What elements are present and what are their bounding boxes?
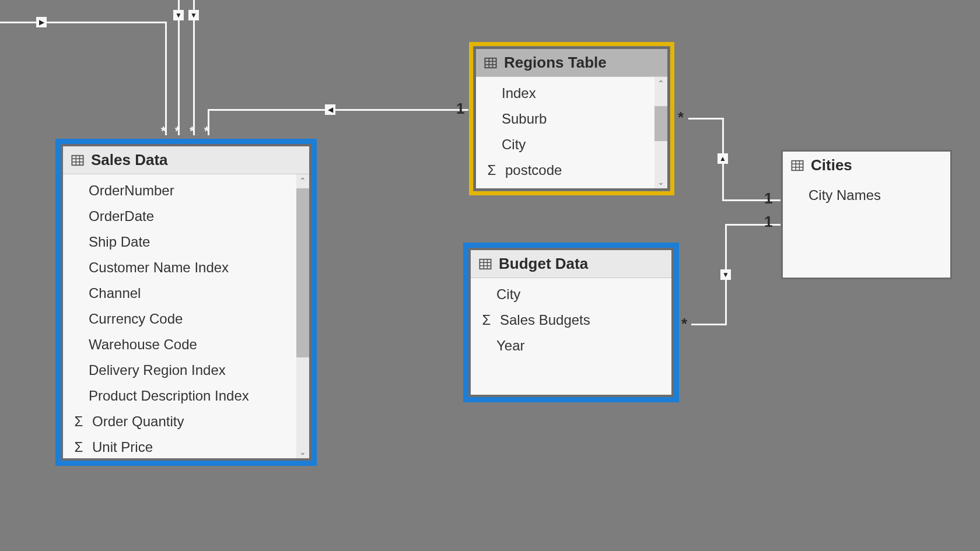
cardinality-many-label: *	[681, 315, 687, 333]
cardinality-one-label: 1	[764, 213, 772, 231]
field-name: OrderDate	[89, 208, 154, 224]
field-name: Order Quantity	[92, 413, 184, 430]
connector-segment	[165, 22, 167, 135]
table-header[interactable]: Cities	[783, 152, 950, 179]
field-list-container: ⌃ ⌄ OrderNumberOrderDateShip DateCustome…	[63, 174, 309, 458]
field-row[interactable]: ΣUnit Price	[63, 434, 309, 458]
scroll-down-arrow[interactable]: ⌄	[296, 445, 309, 458]
scroll-up-arrow[interactable]: ⌃	[654, 77, 667, 90]
table-icon	[71, 154, 84, 167]
connector-segment	[722, 118, 724, 154]
field-row[interactable]: ΣOrder Quantity	[63, 409, 309, 434]
relationship-direction-box: ▼	[188, 10, 199, 20]
svg-rect-5	[485, 58, 496, 68]
cardinality-many-marker: *	[161, 124, 166, 139]
field-row[interactable]: Suburb	[476, 106, 667, 132]
table-icon	[484, 57, 497, 69]
field-row[interactable]: Delivery Region Index	[63, 357, 309, 383]
connector-segment	[725, 280, 727, 325]
field-name: OrderNumber	[89, 183, 174, 199]
connector-segment	[193, 20, 195, 135]
cardinality-many-marker: *	[204, 124, 209, 139]
field-name: City	[502, 136, 526, 153]
table-header[interactable]: Sales Data	[63, 146, 309, 174]
field-name: City	[496, 286, 520, 303]
table-title: Cities	[811, 156, 852, 174]
svg-rect-0	[72, 155, 83, 165]
field-list-container: CityΣSales BudgetsYear	[471, 278, 671, 395]
field-name: Currency Code	[89, 311, 183, 327]
field-name: Sales Budgets	[500, 312, 590, 328]
field-row[interactable]: OrderNumber	[63, 178, 309, 203]
connector-segment	[725, 224, 727, 271]
table-title: Budget Data	[499, 255, 588, 273]
field-row[interactable]: Σpostcode	[476, 157, 667, 183]
field-name: Warehouse Code	[89, 336, 197, 353]
field-row[interactable]: City Names	[783, 183, 950, 208]
field-name: Customer Name Index	[89, 259, 229, 276]
connector-segment	[193, 0, 195, 10]
cardinality-one-label: 1	[764, 189, 772, 208]
connector-segment	[0, 22, 39, 23]
connector-segment	[691, 324, 726, 325]
field-row[interactable]: Ship Date	[63, 229, 309, 255]
field-name: Index	[502, 85, 536, 101]
scroll-down-arrow[interactable]: ⌄	[654, 176, 667, 188]
sigma-icon: Σ	[71, 413, 86, 430]
field-name: Suburb	[502, 111, 547, 127]
cardinality-many-marker: *	[190, 124, 195, 139]
field-row[interactable]: ΣSales Budgets	[471, 307, 671, 333]
field-row[interactable]: Channel	[63, 280, 309, 306]
field-row[interactable]: Product Description Index	[63, 383, 309, 409]
sigma-icon: Σ	[479, 312, 494, 328]
cardinality-many-label: *	[678, 108, 684, 127]
connector-segment	[208, 109, 326, 111]
field-name: Channel	[89, 285, 141, 301]
field-list-container: ⌃ ⌄ IndexSuburbCityΣpostcode	[476, 77, 667, 188]
relationship-direction-box: ◀	[325, 104, 335, 115]
cardinality-many-marker: *	[175, 124, 180, 139]
field-name: City Names	[808, 187, 881, 203]
table-title: Sales Data	[91, 151, 168, 169]
sigma-icon: Σ	[71, 439, 86, 455]
field-list-container: City Names	[783, 179, 950, 278]
table-card-regions[interactable]: Regions Table ⌃ ⌄ IndexSuburbCityΣpostco…	[474, 47, 670, 191]
field-name: Unit Price	[92, 439, 153, 455]
table-card-cities[interactable]: Cities City Names	[781, 150, 952, 279]
field-row[interactable]: Customer Name Index	[63, 255, 309, 280]
table-title: Regions Table	[504, 54, 607, 72]
field-row[interactable]: City	[476, 132, 667, 157]
field-row[interactable]: Index	[476, 80, 667, 106]
connector-segment	[334, 109, 468, 111]
relationship-direction-box: ▼	[173, 10, 184, 20]
field-name: Delivery Region Index	[89, 362, 226, 378]
field-name: postcode	[505, 162, 562, 178]
scrollbar-thumb[interactable]	[654, 106, 667, 141]
cardinality-one-label: 1	[456, 100, 464, 118]
connector-segment	[178, 20, 180, 135]
model-canvas[interactable]: ▶ ▼ ▼ ◀ * * * * 1 * ▲ 1 * ▼ 1 Sales Data	[0, 0, 980, 551]
field-row[interactable]: City	[471, 282, 671, 307]
field-row[interactable]: Currency Code	[63, 306, 309, 332]
connector-segment	[178, 0, 180, 10]
field-name: Product Description Index	[89, 388, 249, 404]
table-card-budget-data[interactable]: Budget Data CityΣSales BudgetsYear	[468, 248, 674, 397]
svg-rect-15	[792, 160, 803, 170]
scroll-up-arrow[interactable]: ⌃	[296, 174, 309, 187]
field-row[interactable]: Warehouse Code	[63, 332, 309, 357]
connector-segment	[688, 118, 723, 120]
relationship-direction-box: ▲	[718, 153, 728, 164]
field-list: City Names	[783, 179, 950, 212]
table-header[interactable]: Regions Table	[476, 49, 667, 77]
field-name: Ship Date	[89, 234, 150, 250]
table-icon	[479, 258, 492, 271]
field-row[interactable]: OrderDate	[63, 203, 309, 229]
relationship-direction-box: ▼	[720, 269, 731, 280]
field-name: Year	[496, 338, 525, 354]
table-header[interactable]: Budget Data	[471, 250, 671, 278]
scrollbar-thumb[interactable]	[296, 188, 309, 357]
field-list: OrderNumberOrderDateShip DateCustomer Na…	[63, 174, 309, 458]
connector-segment	[46, 22, 167, 23]
table-card-sales-data[interactable]: Sales Data ⌃ ⌄ OrderNumberOrderDateShip …	[61, 144, 312, 461]
field-row[interactable]: Year	[471, 333, 671, 359]
